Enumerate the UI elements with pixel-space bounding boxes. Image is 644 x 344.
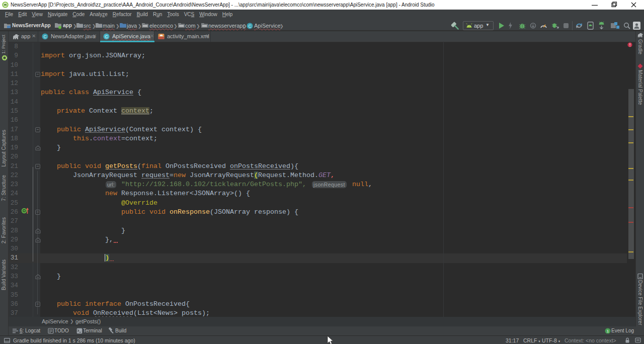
svg-text:1: 1: [607, 329, 609, 333]
